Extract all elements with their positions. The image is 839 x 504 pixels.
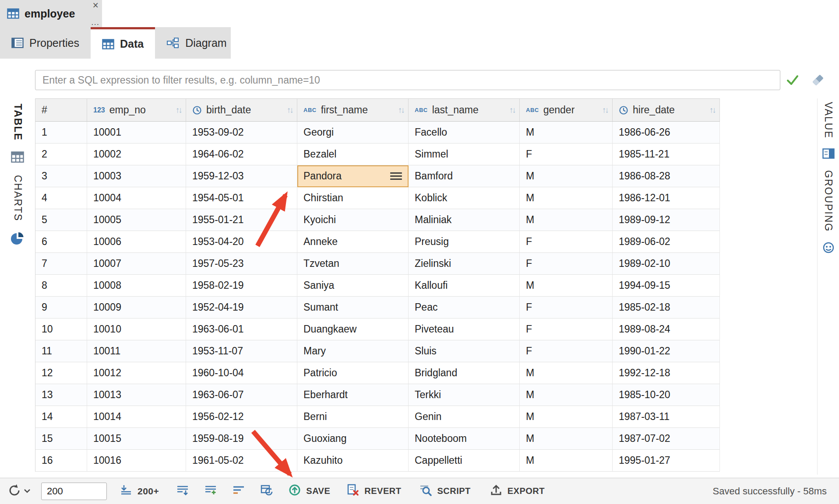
data-cell[interactable]: 10014 — [87, 406, 186, 428]
data-cell[interactable]: 1961-05-02 — [186, 450, 297, 472]
column-header-hire_date[interactable]: hire_date↑↓ — [613, 99, 720, 121]
column-header-first_name[interactable]: ABCfirst_name↑↓ — [297, 99, 409, 121]
data-cell[interactable]: 10006 — [87, 231, 186, 253]
data-cell[interactable]: 10013 — [87, 384, 186, 406]
data-cell[interactable]: M — [520, 122, 613, 144]
data-cell[interactable]: Bezalel — [297, 144, 409, 165]
revert-button[interactable]: REVERT — [347, 484, 401, 498]
data-cell[interactable]: 10012 — [87, 362, 186, 384]
data-cell[interactable]: Genin — [409, 406, 520, 428]
data-cell[interactable]: Bridgland — [409, 362, 520, 384]
row-number-cell[interactable]: 4 — [35, 187, 87, 209]
data-cell[interactable]: 1985-02-18 — [613, 297, 720, 318]
data-cell[interactable]: M — [520, 406, 613, 428]
data-cell[interactable]: 1985-10-20 — [613, 384, 720, 406]
data-cell[interactable]: 1964-06-02 — [186, 144, 297, 165]
data-cell[interactable]: M — [520, 275, 613, 297]
script-button[interactable]: SCRIPT — [420, 484, 470, 498]
data-cell[interactable]: 10015 — [87, 428, 186, 450]
data-cell[interactable]: M — [520, 209, 613, 231]
data-cell[interactable]: 1963-06-01 — [186, 318, 297, 340]
data-cell[interactable]: Berni — [297, 406, 409, 428]
pie-chart-icon[interactable] — [11, 232, 24, 247]
data-cell[interactable]: 1957-05-23 — [186, 253, 297, 275]
column-header-emp_no[interactable]: 123emp_no↑↓ — [87, 99, 186, 121]
data-cell[interactable]: 1994-09-15 — [613, 275, 720, 297]
data-cell[interactable]: 1986-06-26 — [613, 122, 720, 144]
refresh-grid-button[interactable] — [261, 485, 273, 497]
data-cell[interactable]: Cappelletti — [409, 450, 520, 472]
data-cell[interactable]: 10001 — [87, 122, 186, 144]
grouping-icon[interactable] — [822, 242, 835, 256]
row-number-cell[interactable]: 2 — [35, 144, 87, 165]
data-cell[interactable]: 10010 — [87, 318, 186, 340]
save-button[interactable]: SAVE — [289, 484, 330, 498]
row-number-cell[interactable]: 15 — [35, 428, 87, 450]
data-cell[interactable]: 1954-05-01 — [186, 187, 297, 209]
data-cell[interactable]: 1959-08-19 — [186, 428, 297, 450]
data-cell[interactable]: Duangkaew — [297, 318, 409, 340]
data-cell[interactable]: Pandora — [297, 165, 409, 187]
data-cell[interactable]: 1960-10-04 — [186, 362, 297, 384]
sort-arrows-icon[interactable]: ↑↓ — [709, 105, 715, 115]
rail-tab-grouping[interactable]: GROUPING — [822, 170, 834, 232]
data-cell[interactable]: M — [520, 450, 613, 472]
data-cell[interactable]: 10011 — [87, 340, 186, 362]
data-cell[interactable]: 1995-01-27 — [613, 450, 720, 472]
cell-menu-icon[interactable] — [390, 172, 403, 180]
data-cell[interactable]: Anneke — [297, 231, 409, 253]
column-header-birth_date[interactable]: birth_date↑↓ — [186, 99, 297, 121]
data-cell[interactable]: 1989-08-24 — [613, 318, 720, 340]
data-cell[interactable]: M — [520, 384, 613, 406]
data-cell[interactable]: F — [520, 144, 613, 165]
data-cell[interactable]: 1963-06-07 — [186, 384, 297, 406]
row-number-cell[interactable]: 9 — [35, 297, 87, 318]
data-cell[interactable]: M — [520, 428, 613, 450]
row-number-cell[interactable]: 1 — [35, 122, 87, 144]
column-header-gender[interactable]: ABCgender↑↓ — [520, 99, 613, 121]
rail-tab-table[interactable]: TABLE — [12, 104, 24, 141]
data-cell[interactable]: 1986-12-01 — [613, 187, 720, 209]
value-panel-icon[interactable] — [822, 148, 835, 161]
data-cell[interactable]: 1953-11-07 — [186, 340, 297, 362]
row-number-cell[interactable]: 10 — [35, 318, 87, 340]
data-cell[interactable]: 1990-01-22 — [613, 340, 720, 362]
data-cell[interactable]: 1989-02-10 — [613, 253, 720, 275]
data-cell[interactable]: 10005 — [87, 209, 186, 231]
data-cell[interactable]: Kazuhito — [297, 450, 409, 472]
row-number-cell[interactable]: 3 — [35, 165, 87, 187]
row-number-cell[interactable]: 7 — [35, 253, 87, 275]
data-cell[interactable]: Saniya — [297, 275, 409, 297]
row-number-cell[interactable]: 6 — [35, 231, 87, 253]
row-number-cell[interactable]: 12 — [35, 362, 87, 384]
data-cell[interactable]: 10003 — [87, 165, 186, 187]
column-header-last_name[interactable]: ABClast_name↑↓ — [409, 99, 520, 121]
data-cell[interactable]: F — [520, 297, 613, 318]
data-cell[interactable]: Guoxiang — [297, 428, 409, 450]
data-cell[interactable]: 1992-12-18 — [613, 362, 720, 384]
tab-employee[interactable]: employee — [0, 0, 102, 27]
rail-tab-charts[interactable]: CHARTS — [12, 175, 24, 221]
chevron-down-icon[interactable] — [24, 487, 31, 495]
data-cell[interactable]: 1987-07-02 — [613, 428, 720, 450]
data-cell[interactable]: 1987-03-11 — [613, 406, 720, 428]
data-cell[interactable]: Terkki — [409, 384, 520, 406]
data-cell[interactable]: Georgi — [297, 122, 409, 144]
data-cell[interactable]: 1959-12-03 — [186, 165, 297, 187]
sort-arrows-icon[interactable]: ↑↓ — [509, 105, 515, 115]
data-cell[interactable]: Maliniak — [409, 209, 520, 231]
data-cell[interactable]: 1953-09-02 — [186, 122, 297, 144]
data-cell[interactable]: Kalloufi — [409, 275, 520, 297]
tab-overflow-icon[interactable]: ... — [91, 18, 99, 26]
data-cell[interactable]: Sluis — [409, 340, 520, 362]
data-cell[interactable]: 10009 — [87, 297, 186, 318]
data-cell[interactable]: 10016 — [87, 450, 186, 472]
data-cell[interactable]: 10004 — [87, 187, 186, 209]
data-cell[interactable]: F — [520, 253, 613, 275]
row-number-cell[interactable]: 16 — [35, 450, 87, 472]
data-cell[interactable]: 1989-09-12 — [613, 209, 720, 231]
data-cell[interactable]: Eberhardt — [297, 384, 409, 406]
data-cell[interactable]: Mary — [297, 340, 409, 362]
sort-arrows-icon[interactable]: ↑↓ — [176, 105, 181, 115]
data-cell[interactable]: Patricio — [297, 362, 409, 384]
